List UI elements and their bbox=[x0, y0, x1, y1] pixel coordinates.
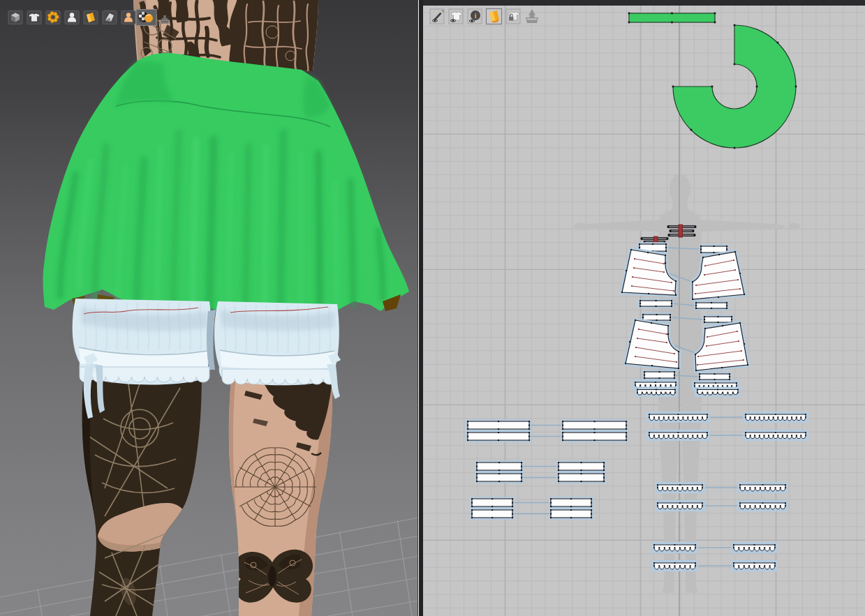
svg-text:i: i bbox=[474, 11, 476, 20]
